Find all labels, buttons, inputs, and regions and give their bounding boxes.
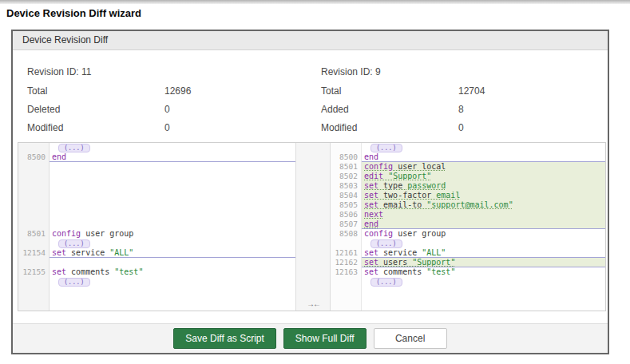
diff-row-collapsed: (...) (331, 239, 605, 248)
diff-row: 8501config user local (331, 162, 605, 172)
line-number (331, 143, 362, 152)
stat-label: Deleted (27, 104, 164, 116)
line-content: (...) (50, 239, 295, 248)
line-content: end (362, 220, 605, 229)
save-diff-as-script-button[interactable]: Save Diff as Script (173, 328, 275, 349)
diff-row: 12154set service "ALL" (18, 248, 295, 258)
line-number: 12163 (331, 267, 362, 277)
line-number: 8505 (331, 200, 362, 210)
collapsed-lines-pill[interactable]: (...) (58, 278, 90, 287)
line-content: set type password (362, 181, 605, 191)
line-number: 12161 (331, 248, 362, 258)
line-number (18, 277, 50, 287)
line-content: end (50, 152, 295, 162)
stat-label: Total (321, 85, 458, 97)
collapsed-lines-pill[interactable]: (...) (370, 144, 402, 152)
line-number (331, 239, 362, 248)
line-number (331, 277, 362, 287)
revision-stats-right: Revision ID: 9 Total12704 Added8 Modifie… (321, 66, 485, 140)
collapsed-lines-pill[interactable]: (...) (370, 239, 402, 248)
stat-label: Added (321, 104, 458, 116)
stat-row: Modified0 (321, 122, 485, 134)
revision-stats-left: Revision ID: 11 Total12696 Deleted0 Modi… (27, 66, 191, 140)
diff-row: 8508config user group (331, 229, 605, 239)
diff-middle-gutter: →← (295, 143, 331, 311)
line-number (18, 162, 50, 229)
line-content: edit "Support" (362, 172, 605, 181)
stat-value: 12696 (164, 85, 191, 97)
diff-row: 8503set type password (331, 181, 605, 191)
line-content: next (362, 210, 605, 220)
line-content: config user group (50, 229, 295, 239)
diff-row-collapsed: (...) (18, 277, 295, 287)
line-number: 8501 (331, 162, 362, 172)
line-content: set service "ALL" (362, 248, 605, 258)
diff-row: 12155set comments "test" (18, 267, 295, 277)
revision-id-label: Revision ID: 11 (27, 66, 191, 78)
diff-row-collapsed: (...) (331, 143, 605, 152)
line-content: set service "ALL" (50, 248, 295, 258)
stat-value: 0 (164, 122, 170, 134)
line-number: 8501 (18, 229, 50, 239)
diff-pane-right[interactable]: (...)8500end8501config user local8502edi… (331, 143, 605, 311)
stat-value: 0 (458, 122, 464, 134)
diff-pane-filler (18, 287, 295, 311)
collapsed-lines-pill[interactable]: (...) (58, 144, 90, 152)
line-number-gutter (18, 287, 50, 311)
diff-row: 8501config user group (18, 229, 295, 239)
device-revision-diff-dialog: Device Revision Diff Revision ID: 11 Tot… (11, 30, 609, 354)
stat-label: Modified (27, 122, 164, 134)
diff-row: 8507end (331, 220, 605, 229)
line-content: (...) (50, 143, 295, 152)
dialog-footer: Save Diff as Script Show Full Diff Cance… (13, 323, 608, 353)
diff-pane-filler (331, 287, 605, 311)
stat-value: 12704 (458, 85, 485, 97)
line-number: 8507 (331, 220, 362, 229)
diff-row-spacer (18, 258, 295, 267)
diff-pane-left[interactable]: (...)8500end8501config user group(...)12… (18, 143, 295, 311)
line-content (362, 287, 605, 311)
stat-row: Total12704 (321, 85, 485, 97)
diff-row: 8500end (18, 152, 295, 162)
diff-row: 8506next (331, 210, 605, 220)
diff-row: 12163set comments "test" (331, 267, 605, 277)
diff-view: (...)8500end8501config user group(...)12… (18, 142, 606, 311)
dialog-title: Device Revision Diff (13, 31, 608, 50)
line-number: 8500 (18, 152, 50, 162)
line-content: set comments "test" (362, 267, 605, 277)
line-content: (...) (362, 277, 605, 287)
line-number: 8503 (331, 181, 362, 191)
line-number: 8506 (331, 210, 362, 220)
diff-row-spacer (18, 162, 295, 229)
revision-id-label: Revision ID: 9 (321, 66, 485, 78)
stat-label: Modified (321, 122, 458, 134)
cancel-button[interactable]: Cancel (374, 328, 447, 349)
diff-row: 8505set email-to "support@mail.com" (331, 200, 605, 210)
line-content: set two-factor email (362, 191, 605, 200)
stat-value: 8 (458, 104, 464, 116)
diff-row: 12162set users "Support" (331, 258, 605, 267)
line-content (50, 287, 295, 311)
line-number: 8504 (331, 191, 362, 200)
line-number (18, 239, 50, 248)
line-number: 8500 (331, 152, 362, 162)
stat-row: Total12696 (27, 85, 191, 97)
collapse-panes-icon[interactable]: →← (296, 299, 330, 308)
line-content (50, 258, 295, 267)
line-number: 8508 (331, 229, 362, 239)
collapsed-lines-pill[interactable]: (...) (58, 239, 90, 248)
page-title: Device Revision Diff wizard (6, 7, 141, 19)
diff-row-collapsed: (...) (331, 277, 605, 287)
line-content: (...) (362, 239, 605, 248)
line-number: 12155 (18, 267, 50, 277)
line-content (50, 162, 295, 229)
line-content: set comments "test" (50, 267, 295, 277)
stat-value: 0 (164, 104, 170, 116)
collapsed-lines-pill[interactable]: (...) (370, 278, 402, 287)
show-full-diff-button[interactable]: Show Full Diff (283, 328, 367, 349)
line-content: set users "Support" (362, 258, 605, 267)
diff-row-collapsed: (...) (18, 239, 295, 248)
diff-row: 12161set service "ALL" (331, 248, 605, 258)
line-number (18, 143, 50, 152)
stat-row: Added8 (321, 104, 485, 116)
